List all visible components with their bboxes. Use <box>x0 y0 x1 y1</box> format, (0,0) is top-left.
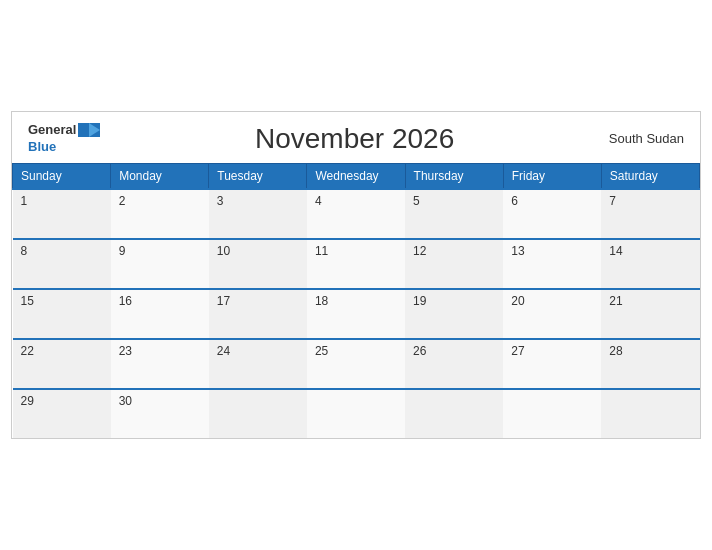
day-number: 10 <box>217 244 230 258</box>
logo-blue-text: Blue <box>28 139 56 154</box>
logo-general-text: General <box>28 122 76 137</box>
day-number: 19 <box>413 294 426 308</box>
day-number: 5 <box>413 194 420 208</box>
calendar-day-cell: 3 <box>209 189 307 239</box>
calendar-day-cell: 22 <box>13 339 111 389</box>
calendar-day-cell: 20 <box>503 289 601 339</box>
calendar-day-cell: 18 <box>307 289 405 339</box>
header-saturday: Saturday <box>601 164 699 190</box>
calendar-day-cell: 26 <box>405 339 503 389</box>
day-number: 23 <box>119 344 132 358</box>
calendar-day-cell: 4 <box>307 189 405 239</box>
day-number: 22 <box>21 344 34 358</box>
day-number: 11 <box>315 244 328 258</box>
day-number: 9 <box>119 244 126 258</box>
day-number: 13 <box>511 244 524 258</box>
calendar-day-cell: 17 <box>209 289 307 339</box>
header-sunday: Sunday <box>13 164 111 190</box>
calendar-day-cell: 28 <box>601 339 699 389</box>
day-number: 4 <box>315 194 322 208</box>
header-monday: Monday <box>111 164 209 190</box>
calendar-week-row: 2930 <box>13 389 700 438</box>
calendar-day-cell <box>405 389 503 438</box>
day-number: 12 <box>413 244 426 258</box>
calendar-day-cell: 2 <box>111 189 209 239</box>
calendar-day-cell: 25 <box>307 339 405 389</box>
day-number: 18 <box>315 294 328 308</box>
header-tuesday: Tuesday <box>209 164 307 190</box>
day-number: 3 <box>217 194 224 208</box>
day-number: 30 <box>119 394 132 408</box>
day-number: 24 <box>217 344 230 358</box>
calendar-day-cell: 12 <box>405 239 503 289</box>
calendar-day-cell: 16 <box>111 289 209 339</box>
calendar-day-cell <box>601 389 699 438</box>
day-number: 1 <box>21 194 28 208</box>
calendar-day-cell: 5 <box>405 189 503 239</box>
header-wednesday: Wednesday <box>307 164 405 190</box>
calendar-day-cell <box>209 389 307 438</box>
day-number: 27 <box>511 344 524 358</box>
days-header-row: Sunday Monday Tuesday Wednesday Thursday… <box>13 164 700 190</box>
day-number: 17 <box>217 294 230 308</box>
calendar-header: General Blue November 2026 South Sudan <box>12 112 700 163</box>
day-number: 25 <box>315 344 328 358</box>
calendar-week-row: 22232425262728 <box>13 339 700 389</box>
calendar-day-cell <box>503 389 601 438</box>
calendar-day-cell: 27 <box>503 339 601 389</box>
calendar-day-cell: 15 <box>13 289 111 339</box>
calendar-week-row: 15161718192021 <box>13 289 700 339</box>
calendar-container: General Blue November 2026 South Sudan S… <box>11 111 701 439</box>
logo-flag-icon <box>78 123 100 137</box>
calendar-grid: Sunday Monday Tuesday Wednesday Thursday… <box>12 163 700 438</box>
day-number: 20 <box>511 294 524 308</box>
header-friday: Friday <box>503 164 601 190</box>
calendar-day-cell: 23 <box>111 339 209 389</box>
calendar-week-row: 1234567 <box>13 189 700 239</box>
logo: General Blue <box>28 122 100 155</box>
month-title: November 2026 <box>255 123 454 155</box>
day-number: 16 <box>119 294 132 308</box>
calendar-day-cell <box>307 389 405 438</box>
calendar-day-cell: 21 <box>601 289 699 339</box>
day-number: 14 <box>609 244 622 258</box>
day-number: 7 <box>609 194 616 208</box>
country-name: South Sudan <box>609 131 684 146</box>
calendar-day-cell: 6 <box>503 189 601 239</box>
calendar-day-cell: 14 <box>601 239 699 289</box>
calendar-day-cell: 19 <box>405 289 503 339</box>
day-number: 28 <box>609 344 622 358</box>
calendar-day-cell: 1 <box>13 189 111 239</box>
day-number: 2 <box>119 194 126 208</box>
day-number: 8 <box>21 244 28 258</box>
calendar-day-cell: 8 <box>13 239 111 289</box>
calendar-day-cell: 13 <box>503 239 601 289</box>
calendar-day-cell: 7 <box>601 189 699 239</box>
day-number: 29 <box>21 394 34 408</box>
calendar-day-cell: 11 <box>307 239 405 289</box>
day-number: 6 <box>511 194 518 208</box>
day-number: 15 <box>21 294 34 308</box>
calendar-day-cell: 9 <box>111 239 209 289</box>
calendar-day-cell: 29 <box>13 389 111 438</box>
calendar-day-cell: 24 <box>209 339 307 389</box>
calendar-week-row: 891011121314 <box>13 239 700 289</box>
day-number: 26 <box>413 344 426 358</box>
header-thursday: Thursday <box>405 164 503 190</box>
calendar-day-cell: 10 <box>209 239 307 289</box>
day-number: 21 <box>609 294 622 308</box>
calendar-day-cell: 30 <box>111 389 209 438</box>
